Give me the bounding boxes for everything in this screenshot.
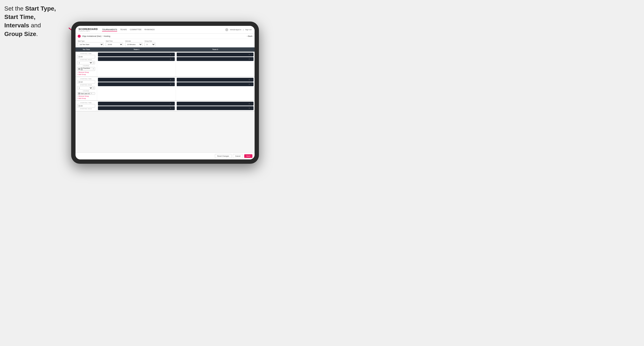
avatar bbox=[225, 28, 228, 31]
player-expand-1-1[interactable]: ⋯ bbox=[172, 54, 174, 56]
group-block-3: STARTING TIME: ⏱ STARTING HOLE: ✕ ⋯ ✕ ⋯ bbox=[76, 101, 254, 111]
starting-time-field-1[interactable] bbox=[78, 56, 95, 58]
intervals-select[interactable]: 10 Minutes bbox=[125, 42, 142, 46]
player-x-5-1[interactable]: ✕ bbox=[170, 103, 171, 105]
start-time-group: Start Time 10:00 bbox=[106, 40, 123, 46]
starting-time-input-2[interactable]: ⏱ bbox=[77, 80, 95, 84]
group-size-label: Group Size bbox=[144, 40, 155, 42]
player-expand-4-2[interactable]: ⋯ bbox=[251, 83, 253, 85]
player-x-1-2[interactable]: ✕ bbox=[170, 58, 171, 60]
player-x-5-2[interactable]: ✕ bbox=[170, 107, 171, 109]
course-tag-2: East Lake GC ✕ bbox=[77, 92, 95, 95]
instruction-text: Set the Start Type, Start Time, Interval… bbox=[4, 4, 69, 38]
logo-sub: Powered by clipp.io bbox=[78, 30, 98, 32]
player-expand-2-1[interactable]: ⋯ bbox=[251, 54, 253, 56]
intervals-group: Intervals 10 Minutes bbox=[125, 40, 142, 46]
starting-hole-select-1[interactable]: 1 ▲ ▼ bbox=[77, 61, 95, 64]
starting-time-label-3: STARTING TIME: bbox=[77, 102, 95, 103]
hole-select-1[interactable]: 1 bbox=[78, 62, 92, 64]
player-x-2-2[interactable]: ✕ bbox=[248, 58, 250, 60]
course-remove-2[interactable]: ✕ bbox=[91, 93, 92, 94]
nav-committee[interactable]: COMMITTEE bbox=[130, 28, 142, 31]
cancel-button[interactable]: Cancel bbox=[233, 154, 243, 158]
col-team1: Team 1 bbox=[97, 47, 176, 51]
table-header: Tee Time Team 1 Team 2 bbox=[76, 47, 254, 52]
team2-cell-2: ✕ ⋯ ✕ ⋯ bbox=[176, 77, 254, 100]
add-group-1[interactable]: + Add Group bbox=[77, 74, 95, 75]
course-remove-1[interactable]: ✕ bbox=[93, 68, 94, 70]
player-expand-4-1[interactable]: ⋯ bbox=[251, 79, 253, 81]
team1-cell-3: ✕ ⋯ ✕ ⋯ bbox=[97, 101, 176, 111]
team1-cell-1: ✕ ⋯ ✕ ⋯ bbox=[97, 52, 176, 76]
course-name-1: (A) Peachtree GC bbox=[81, 67, 92, 70]
player-row-1-1: ✕ ⋯ bbox=[98, 53, 175, 56]
col-team2: Team 2 bbox=[176, 47, 254, 51]
player-row-3-1: ✕ ⋯ bbox=[98, 78, 175, 82]
group-3-controls: STARTING TIME: ⏱ STARTING HOLE: bbox=[76, 101, 97, 111]
player-x-4-2[interactable]: ✕ bbox=[248, 83, 250, 85]
starting-time-input-3[interactable]: ⏱ bbox=[77, 104, 95, 108]
remove-group-1[interactable]: ○ Remove Group bbox=[77, 72, 95, 73]
hole-select-2[interactable]: 1 bbox=[78, 87, 92, 89]
instruction-line4-normal: . bbox=[36, 31, 38, 37]
start-time-select[interactable]: 10:00 bbox=[106, 42, 123, 46]
instruction-line1: Set the Start Type, bbox=[4, 5, 56, 12]
player-expand-5-1[interactable]: ⋯ bbox=[172, 103, 174, 105]
player-x-6-2[interactable]: ✕ bbox=[248, 107, 250, 109]
group-size-select[interactable]: 3 bbox=[144, 42, 155, 46]
player-row-6-1: ✕ ⋯ bbox=[177, 102, 254, 106]
player-x-3-1[interactable]: ✕ bbox=[170, 79, 171, 81]
reset-button[interactable]: Reset Changes bbox=[215, 154, 232, 158]
starting-time-field-3[interactable] bbox=[78, 105, 95, 107]
hole-down-1[interactable]: ▼ bbox=[93, 63, 95, 64]
sign-out-link[interactable]: Sign out bbox=[245, 29, 252, 31]
nav-rankings[interactable]: RANKINGS bbox=[144, 28, 155, 31]
back-button[interactable]: ‹ Back bbox=[247, 35, 252, 37]
breadcrumb-logo-icon bbox=[78, 35, 81, 38]
start-type-select[interactable]: 1st Tee Start bbox=[78, 42, 104, 46]
add-group-2[interactable]: + Add Group bbox=[77, 98, 95, 99]
player-row-1-2: ✕ ⋯ bbox=[98, 57, 175, 61]
pipe: | bbox=[243, 29, 244, 31]
col-tee-time: Tee Time bbox=[76, 47, 97, 51]
hole-down-2[interactable]: ▼ bbox=[93, 88, 95, 89]
nav-tournaments[interactable]: TOURNAMENTS bbox=[102, 28, 117, 31]
starting-hole-select-2[interactable]: 1 ▲ ▼ bbox=[77, 86, 95, 90]
team1-cell-2: ✕ ⋯ ✕ ⋯ bbox=[97, 77, 176, 100]
group-2-controls: STARTING TIME: ⏱ STARTING HOLE: 1 ▲ ▼ bbox=[76, 77, 97, 100]
player-row-3-2: ✕ ⋯ bbox=[98, 82, 175, 86]
player-expand-3-1[interactable]: ⋯ bbox=[172, 79, 174, 81]
save-button[interactable]: Save bbox=[244, 154, 252, 158]
logo-text: SCOREBOARD bbox=[78, 28, 98, 30]
player-expand-3-2[interactable]: ⋯ bbox=[172, 83, 174, 85]
player-expand-2-2[interactable]: ⋯ bbox=[251, 58, 253, 60]
player-x-2-1[interactable]: ✕ bbox=[248, 54, 250, 56]
logo-area: SCOREBOARD Powered by clipp.io bbox=[78, 28, 98, 32]
start-type-group: Start Type 1st Tee Start bbox=[78, 40, 104, 46]
player-expand-6-2[interactable]: ⋯ bbox=[251, 107, 253, 109]
player-expand-5-2[interactable]: ⋯ bbox=[172, 107, 174, 109]
remove-group-2[interactable]: ○ Remove Group bbox=[77, 95, 95, 97]
course-icon-1 bbox=[78, 68, 80, 70]
player-x-4-1[interactable]: ✕ bbox=[248, 79, 250, 81]
player-x-3-2[interactable]: ✕ bbox=[170, 83, 171, 85]
nav-bar: SCOREBOARD Powered by clipp.io TOURNAMEN… bbox=[76, 26, 254, 34]
main-content: STARTING TIME: ⏱ STARTING HOLE: 1 ▲ ▼ bbox=[76, 52, 254, 153]
team2-cell-3: ✕ ⋯ ✕ ⋯ bbox=[176, 101, 254, 111]
intervals-label: Intervals bbox=[125, 40, 142, 42]
group-block-2: STARTING TIME: ⏱ STARTING HOLE: 1 ▲ ▼ bbox=[76, 77, 254, 101]
player-x-1-1[interactable]: ✕ bbox=[170, 54, 171, 56]
user-email: blair@clippd.io bbox=[230, 29, 242, 31]
breadcrumb-tournament[interactable]: Clipp Invitational (Mar) bbox=[82, 35, 102, 37]
player-x-6-1[interactable]: ✕ bbox=[248, 103, 250, 105]
starting-hole-label-3: STARTING HOLE: bbox=[77, 108, 95, 109]
player-expand-6-1[interactable]: ⋯ bbox=[251, 103, 253, 105]
starting-hole-label-2: STARTING HOLE: bbox=[77, 84, 95, 86]
player-expand-1-2[interactable]: ⋯ bbox=[172, 58, 174, 60]
player-row-4-2: ✕ ⋯ bbox=[177, 82, 254, 86]
starting-time-field-2[interactable] bbox=[78, 81, 95, 83]
starting-time-input-1[interactable]: ⏱ bbox=[77, 55, 95, 58]
team2-cell-1: ✕ ⋯ ✕ ⋯ bbox=[176, 52, 254, 76]
nav-teams[interactable]: TEAMS bbox=[120, 28, 127, 31]
tablet-screen: SCOREBOARD Powered by clipp.io TOURNAMEN… bbox=[76, 26, 254, 160]
